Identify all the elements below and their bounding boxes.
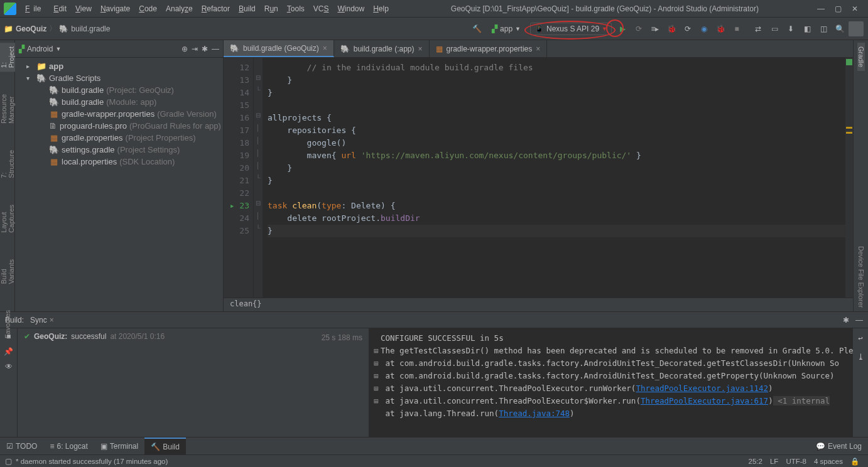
left-tool-window-bar: 1: Project Resource Manager 7: Structure… <box>0 40 15 311</box>
run-config-selector[interactable]: ▞ app ▼ <box>487 23 525 35</box>
warning-mark[interactable] <box>846 132 852 134</box>
collapse-button[interactable]: ⇥ <box>192 45 198 53</box>
link[interactable]: Thread.java:748 <box>499 409 570 418</box>
tool-structure[interactable]: 7: Structure <box>0 146 15 182</box>
tool-layout-captures[interactable]: Layout Captures <box>0 201 15 237</box>
profiler-button[interactable]: ◉ <box>697 21 712 36</box>
menu-file[interactable]: File <box>21 3 48 15</box>
editor-tab[interactable]: 🐘build.gradle (:app)× <box>334 40 430 57</box>
tree-item[interactable]: ▦local.properties(SDK Location) <box>15 156 223 168</box>
tool-todo[interactable]: ☑TODO <box>0 437 43 454</box>
debug-apply-button[interactable]: ⟳ <box>631 21 646 36</box>
minimize-button[interactable]: — <box>817 4 825 13</box>
gradle-icon: 🐘 <box>59 24 68 33</box>
menu-view[interactable]: View <box>72 3 95 15</box>
close-icon[interactable]: × <box>536 45 540 53</box>
breadcrumb-project[interactable]: GeoQuiz <box>16 24 46 33</box>
indent-setting[interactable]: 4 spaces <box>810 458 847 465</box>
soft-wrap-icon[interactable]: ↩ <box>858 332 863 345</box>
menu-edit[interactable]: Edit <box>50 3 70 15</box>
tool-project[interactable]: 1: Project <box>0 43 15 72</box>
maximize-button[interactable]: ▢ <box>835 4 842 13</box>
menu-code[interactable]: Code <box>135 3 161 15</box>
build-tab-sync[interactable]: Sync× <box>30 316 54 325</box>
gear-icon[interactable]: ✱ <box>843 316 849 325</box>
close-button[interactable]: ✕ <box>852 4 858 13</box>
build-output[interactable]: CONFIGURE SUCCESSFUL in 5s ⊞The getTestC… <box>369 328 868 437</box>
scroll-end-icon[interactable]: ⤓ <box>857 351 864 363</box>
tool-device-file-explorer[interactable]: Device File Explorer <box>857 242 865 311</box>
tool-build-variants[interactable]: Build Variants <box>0 255 15 288</box>
build-tree[interactable]: ✔ GeoQuiz: successful at 2020/5/1 0:16 2… <box>18 328 369 437</box>
error-stripe[interactable] <box>845 58 853 298</box>
fold-gutter[interactable]: ⊟└⊟││││└⊟│└ <box>254 58 263 298</box>
tool-logcat[interactable]: ≡6: Logcat <box>43 437 94 454</box>
tree-item[interactable]: 🐘settings.gradle(Project Settings) <box>15 144 223 156</box>
file-encoding[interactable]: UTF-8 <box>782 458 810 465</box>
tool-terminal[interactable]: ▣Terminal <box>94 437 144 454</box>
pin-icon[interactable]: 📌 <box>4 347 13 356</box>
tool-resource-manager[interactable]: Resource Manager <box>0 90 15 127</box>
menu-build[interactable]: Build <box>235 3 259 15</box>
editor-breadcrumb[interactable]: clean{} <box>224 298 853 311</box>
status-bar: ▢ * daemon started successfully (17 minu… <box>0 454 868 467</box>
tree-item[interactable]: ▦gradle.properties(Project Properties) <box>15 132 223 144</box>
line-separator[interactable]: LF <box>766 458 782 465</box>
link[interactable]: ThreadPoolExecutor.java:1142 <box>636 384 768 393</box>
menu-vcs[interactable]: VCS <box>310 3 333 15</box>
debug-button[interactable]: 🐞 <box>664 21 679 36</box>
line-gutter[interactable]: 1213141516171819202122▸ 232425 <box>224 58 254 298</box>
link[interactable]: ThreadPoolExecutor.java:617 <box>641 396 768 405</box>
caret-position[interactable]: 25:2 <box>745 458 766 465</box>
status-icon[interactable]: ▢ <box>5 457 12 466</box>
menu-navigate[interactable]: Navigate <box>97 3 134 15</box>
settings-button[interactable]: ✱ <box>202 45 208 53</box>
tool-event-log[interactable]: 💬Event Log <box>810 437 868 454</box>
menu-analyze[interactable]: Analyze <box>162 3 197 15</box>
code-text[interactable]: // in the individual module build.gradle… <box>263 58 845 298</box>
tool-gradle[interactable]: Gradle <box>857 43 865 71</box>
view-icon[interactable]: 👁 <box>5 362 13 371</box>
menu-refactor[interactable]: Refactor <box>198 3 234 15</box>
make-project-button[interactable]: 🔨 <box>469 21 484 36</box>
sync-gradle-button[interactable]: ⇄ <box>751 21 766 36</box>
locate-button[interactable]: ⊕ <box>182 45 188 53</box>
menu-tools[interactable]: Tools <box>283 3 308 15</box>
sdk-manager-button[interactable]: ⬇ <box>783 21 798 36</box>
attach-debugger-button[interactable]: 🐞 <box>713 21 728 36</box>
resource-manager-button[interactable]: ◧ <box>800 21 815 36</box>
avd-manager-button[interactable]: ▭ <box>767 21 782 36</box>
run-button[interactable]: ▶ <box>615 21 630 36</box>
run-list-button[interactable]: ≡▸ <box>648 21 663 36</box>
tree-gradle-scripts[interactable]: ▾🐘Gradle Scripts <box>15 72 223 84</box>
breadcrumb[interactable]: 📁 GeoQuiz 〉 🐘 build.gradle <box>4 23 110 34</box>
editor-tab[interactable]: ▦gradle-wrapper.properties× <box>430 40 548 57</box>
layout-inspector-button[interactable]: ◫ <box>816 21 831 36</box>
tree-item[interactable]: 🐘build.gradle(Project: GeoQuiz) <box>15 84 223 96</box>
close-icon[interactable]: × <box>418 45 422 53</box>
user-button[interactable] <box>849 21 864 36</box>
tool-favorites[interactable]: Favorites <box>4 306 11 342</box>
menu-help[interactable]: Help <box>369 3 393 15</box>
tree-item[interactable]: 🐘build.gradle(Module: app) <box>15 96 223 108</box>
project-tree[interactable]: ▸📁app ▾🐘Gradle Scripts 🐘build.gradle(Pro… <box>15 58 223 311</box>
project-view-selector[interactable]: Android <box>27 45 53 53</box>
search-everywhere-button[interactable]: 🔍 <box>832 21 847 36</box>
device-selector[interactable]: 📱 Nexus S API 29 ▼ <box>530 23 612 35</box>
tool-build[interactable]: 🔨Build <box>144 437 186 454</box>
code-area[interactable]: 1213141516171819202122▸ 232425 ⊟└⊟││││└⊟… <box>224 58 853 298</box>
stop-button[interactable]: ■ <box>729 21 744 36</box>
lock-icon[interactable]: 🔒 <box>847 457 863 466</box>
close-icon[interactable]: × <box>323 44 327 53</box>
hide-button[interactable]: — <box>212 45 219 53</box>
tree-app[interactable]: ▸📁app <box>15 60 223 72</box>
tree-item[interactable]: 🗎proguard-rules.pro(ProGuard Rules for a… <box>15 120 223 132</box>
menu-window[interactable]: Window <box>334 3 368 15</box>
menu-run[interactable]: Run <box>261 3 282 15</box>
warning-mark[interactable] <box>846 127 852 129</box>
breadcrumb-file[interactable]: build.gradle <box>71 24 110 33</box>
tree-item[interactable]: ▦gradle-wrapper.properties(Gradle Versio… <box>15 108 223 120</box>
hide-button[interactable]: — <box>855 316 863 325</box>
coverage-button[interactable]: ⟳ <box>680 21 695 36</box>
editor-tab[interactable]: 🐘build.gradle (GeoQuiz)× <box>224 40 334 57</box>
